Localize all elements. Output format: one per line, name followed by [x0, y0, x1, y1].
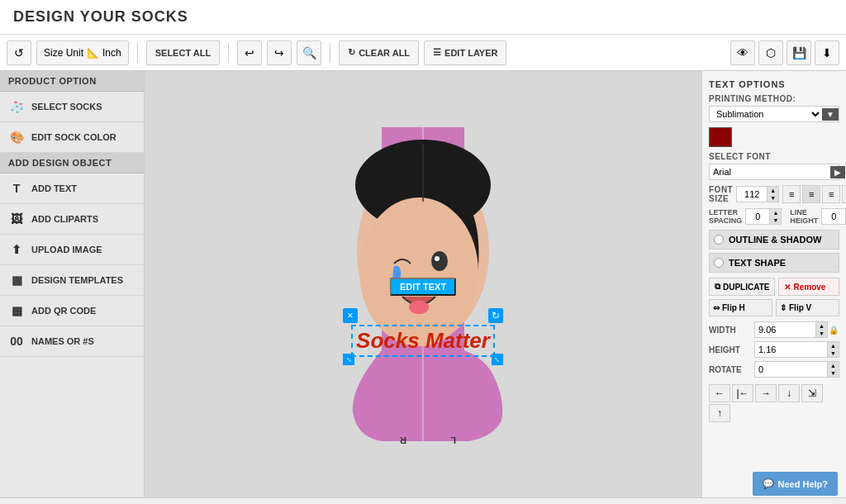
- nav-down-button[interactable]: ↓: [778, 384, 800, 402]
- font-input[interactable]: [710, 164, 830, 179]
- nav-first-button[interactable]: |←: [732, 384, 753, 402]
- align-right-button[interactable]: ≡: [822, 185, 840, 203]
- redo-button[interactable]: ↪: [267, 40, 292, 65]
- printing-method-select[interactable]: Sublimation ▼: [709, 106, 839, 122]
- sidebar-item-names-numbers[interactable]: 00 NAMES OR #S: [0, 326, 144, 357]
- letter-spacing-input[interactable]: ▲ ▼: [745, 208, 782, 225]
- rotate-input[interactable]: ▲ ▼: [754, 361, 839, 378]
- save-file-button[interactable]: 💾: [787, 40, 811, 65]
- align-left-button[interactable]: ≡: [782, 185, 801, 203]
- text-options-title: TEXT OPTIONS: [709, 79, 839, 89]
- letter-spacing-up[interactable]: ▲: [769, 209, 781, 216]
- sidebar-item-edit-sock-color[interactable]: 🎨 EDIT SOCK COLOR: [0, 122, 144, 153]
- remove-icon: ✕: [784, 283, 791, 292]
- width-up[interactable]: ▲: [815, 322, 827, 330]
- width-label: WIDTH: [709, 326, 754, 335]
- edit-text-button[interactable]: EDIT TEXT: [390, 278, 456, 296]
- rotate-label: ROTATE: [709, 365, 754, 374]
- separator-1: [137, 43, 138, 63]
- printing-method-arrow: ▼: [822, 108, 839, 121]
- size-unit-value: Inch: [102, 47, 121, 59]
- line-height-input[interactable]: ▲ ▼: [821, 208, 846, 225]
- need-help-button[interactable]: 💬 Need Help?: [753, 472, 838, 496]
- duplicate-button[interactable]: ⧉ DUPLICATE: [709, 278, 775, 296]
- share-button[interactable]: ⬡: [758, 40, 783, 65]
- width-row: WIDTH ▲ ▼ 🔒: [709, 321, 839, 338]
- height-value[interactable]: [755, 343, 827, 356]
- color-swatch[interactable]: [709, 127, 732, 147]
- sidebar-item-select-socks[interactable]: 🧦 SELECT SOCKS: [0, 92, 144, 122]
- resize-handle-br[interactable]: ⤡: [492, 354, 503, 365]
- sidebar-item-add-cliparts[interactable]: 🖼 ADD CLIPARTS: [0, 204, 144, 235]
- font-size-input[interactable]: ▲ ▼: [736, 186, 779, 202]
- printing-method-dropdown[interactable]: Sublimation: [710, 107, 822, 121]
- text-delete-handle[interactable]: ×: [343, 308, 358, 323]
- select-socks-label: SELECT SOCKS: [31, 102, 102, 112]
- justify-button[interactable]: ≡: [842, 185, 846, 203]
- lock-icon: 🔒: [828, 324, 839, 335]
- add-design-header: ADD DESIGN OBJECT: [0, 153, 144, 174]
- align-buttons: ≡ ≡ ≡ ≡: [782, 185, 846, 203]
- upload-icon: ⬆: [8, 241, 25, 258]
- remove-button[interactable]: ✕ Remove: [778, 278, 839, 296]
- nav-expand-button[interactable]: ⇲: [801, 384, 823, 402]
- font-browse-button[interactable]: ▶: [830, 166, 845, 178]
- font-size-label: FONT SIZE: [709, 185, 733, 203]
- zoom-button[interactable]: 🔍: [297, 40, 321, 65]
- edit-layer-button[interactable]: ☰ EDIT LAYER: [424, 40, 506, 65]
- refresh-icon: ↻: [348, 47, 355, 58]
- text-shape-button[interactable]: TEXT SHAPE: [709, 253, 839, 273]
- page-header: DESIGN YOUR SOCKS: [0, 0, 846, 35]
- height-down[interactable]: ▼: [827, 349, 839, 357]
- undo-button[interactable]: ↩: [237, 40, 262, 65]
- width-value[interactable]: [755, 323, 815, 336]
- action-row: ⧉ DUPLICATE ✕ Remove: [709, 278, 839, 296]
- text-rotate-handle[interactable]: ↻: [488, 308, 503, 323]
- sidebar-item-add-qr-code[interactable]: ▩ ADD QR CODE: [0, 296, 144, 326]
- layers-icon: ☰: [433, 47, 441, 58]
- size-unit-group: Size Unit 📐 Inch: [36, 40, 129, 65]
- font-size-value[interactable]: [737, 188, 767, 201]
- sidebar-item-add-text[interactable]: T ADD TEXT: [0, 174, 144, 204]
- height-up[interactable]: ▲: [827, 342, 839, 349]
- resize-handle-bl[interactable]: ⤡: [343, 354, 354, 365]
- printing-method-label: PRINTING METHOD:: [709, 94, 839, 103]
- font-size-up[interactable]: ▲: [767, 187, 778, 194]
- canvas-area[interactable]: L R × ↻ Socks Matter ⤡ ⤡: [145, 71, 701, 497]
- nav-arrows: ← |← → ↓ ⇲ ↑: [709, 384, 839, 422]
- nav-up-button[interactable]: ↑: [709, 404, 730, 422]
- text-shape-radio: [714, 258, 724, 268]
- rotate-value[interactable]: [755, 363, 827, 376]
- outline-shadow-button[interactable]: OUTLINE & SHADOW: [709, 230, 839, 250]
- align-center-button[interactable]: ≡: [802, 185, 820, 203]
- outline-radio: [714, 235, 724, 245]
- nav-right-button[interactable]: →: [755, 384, 777, 402]
- line-height-value[interactable]: [822, 210, 845, 223]
- select-all-button[interactable]: SELECT ALL: [146, 40, 220, 65]
- nav-left-button[interactable]: ←: [709, 384, 730, 402]
- height-input[interactable]: ▲ ▼: [754, 341, 839, 358]
- duplicate-label: DUPLICATE: [723, 283, 769, 292]
- width-input[interactable]: ▲ ▼: [754, 321, 828, 338]
- bottom-bar: 💾 SAVE 📝 ADD NOTE 1 QUANTITY $24.95 UNIT…: [0, 497, 846, 504]
- sidebar-item-upload-image[interactable]: ⬆ UPLOAD IMAGE: [0, 235, 144, 265]
- letter-spacing-down[interactable]: ▼: [769, 216, 781, 224]
- toolbar-right: 👁 ⬡ 💾 ⬇: [730, 40, 839, 65]
- left-sidebar: PRODUCT OPTION 🧦 SELECT SOCKS 🎨 EDIT SOC…: [0, 71, 145, 497]
- sidebar-item-design-templates[interactable]: ▦ DESIGN TEMPLATES: [0, 265, 144, 296]
- flip-h-button[interactable]: ⇔ Flip H: [709, 299, 772, 316]
- rotate-up[interactable]: ▲: [827, 362, 839, 369]
- font-size-down[interactable]: ▼: [767, 194, 778, 202]
- clear-all-button[interactable]: ↻ CLEAR ALL: [339, 40, 419, 65]
- rotate-down[interactable]: ▼: [827, 369, 839, 377]
- width-down[interactable]: ▼: [815, 330, 827, 337]
- letter-spacing-value[interactable]: [746, 210, 769, 223]
- rotate-icon-btn[interactable]: ↺: [7, 40, 31, 65]
- download-button[interactable]: ⬇: [815, 40, 839, 65]
- rotate-row: ROTATE ▲ ▼: [709, 361, 839, 378]
- flip-v-button[interactable]: ⇕ Flip V: [776, 299, 839, 316]
- eye-button[interactable]: 👁: [730, 40, 755, 65]
- duplicate-icon: ⧉: [715, 282, 720, 292]
- font-select-row[interactable]: ▶: [709, 164, 839, 180]
- svg-point-5: [435, 256, 440, 261]
